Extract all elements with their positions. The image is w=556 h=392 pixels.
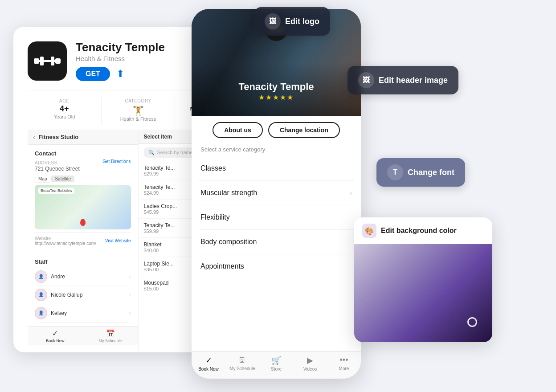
chevron-icon: › [350,189,352,197]
staff-section: Staff 👤 Andre › 👤 Nicole Gallup › 👤 Kels… [28,255,138,326]
color-gradient-picker[interactable] [354,244,492,342]
staff-avatar-1: 👤 [35,289,47,301]
service-item-muscular[interactable]: Muscular strength › [199,181,354,205]
svg-rect-3 [40,57,44,65]
get-button[interactable]: GET [76,67,110,81]
map-tabs: Map Satellite [35,176,131,182]
edit-header-button[interactable]: 🖼 Edit header image [348,66,458,94]
staff-item-2[interactable]: 👤 Kelsey › [35,304,131,323]
share-icon[interactable]: ⬆ [116,68,124,80]
my-schedule-icon: 🗓 [238,355,246,365]
service-item-classes[interactable]: Classes [199,156,354,181]
nav-item-booknow[interactable]: ✓ Book Now [28,329,83,343]
screen-topbar: ‹ Fitness Studio [28,130,138,145]
gym-stars: ★★★★★ [192,93,361,102]
phone-bottom-nav: ✓ Book Now 🗓 My Schedule 🛒 Store ▶ Video… [192,351,361,379]
meta-category: CATEGORY 🏋 Health & Fitness [102,97,176,125]
service-item-flexibility[interactable]: Flexibility [199,205,354,230]
nav-book-now[interactable]: ✓ Book Now [192,355,225,372]
staff-avatar-2: 👤 [35,307,47,319]
color-cursor[interactable] [467,317,477,327]
booknow-icon: ✓ [52,329,58,338]
staff-avatar-0: 👤 [35,270,47,283]
nav-store[interactable]: 🛒 Store [259,355,293,372]
screen-left: ‹ Fitness Studio Contact Address Get Dir… [28,130,138,352]
nav-item-schedule[interactable]: 📅 My Schedule [83,329,138,343]
service-category-label: Select a service category [192,144,361,156]
service-item-body-composition[interactable]: Body composition [199,230,354,254]
change-location-button[interactable]: Change location [268,122,340,138]
staff-item-1[interactable]: 👤 Nicole Gallup › [35,286,131,304]
color-picker-panel: 🎨 Edit background color [354,217,492,342]
website-row: Website http://www.tenacitytemple.com/ V… [35,232,131,249]
color-picker-icon: 🎨 [362,224,376,238]
book-now-icon: ✓ [205,355,212,365]
edit-logo-icon: 🖼 [265,13,281,29]
service-list: Classes Muscular strength › Flexibility … [192,156,361,278]
nav-my-schedule[interactable]: 🗓 My Schedule [225,355,259,372]
more-icon: ••• [340,355,348,365]
service-item-appointments[interactable]: Appointments [199,254,354,278]
about-us-button[interactable]: About us [213,122,263,138]
meta-age: AGE 4+ Years Old [28,97,102,125]
staff-item-0[interactable]: 👤 Andre › [35,268,131,286]
store-icon: 🛒 [271,355,281,365]
phone-right: Tenacity Temple ★★★★★ About us Change lo… [192,9,361,379]
edit-logo-button[interactable]: 🖼 Edit logo [254,7,330,36]
search-icon: 🔍 [148,150,155,155]
nav-more[interactable]: ••• More [327,355,361,372]
schedule-icon: 📅 [106,329,115,338]
svg-rect-4 [51,57,54,65]
gym-name: Tenacity Temple [192,81,361,93]
edit-header-icon: 🖼 [358,72,374,88]
contact-section: Contact Address Get Directions 721 Quebe… [28,145,138,255]
videos-icon: ▶ [307,355,313,365]
nav-videos[interactable]: ▶ Videos [293,355,327,372]
map-tab-map[interactable]: Map [35,176,50,182]
back-arrow[interactable]: ‹ [33,134,35,141]
map-tab-satellite[interactable]: Satellite [51,176,74,182]
map-view: BeauTea Bubbles + [35,185,131,229]
change-font-button[interactable]: T Change font [376,158,465,187]
app-icon [28,41,67,81]
change-font-icon: T [387,164,403,180]
color-picker-header: 🎨 Edit background color [354,217,492,244]
bottom-nav-left: ✓ Book Now 📅 My Schedule [28,326,138,345]
action-buttons: About us Change location [192,116,361,144]
